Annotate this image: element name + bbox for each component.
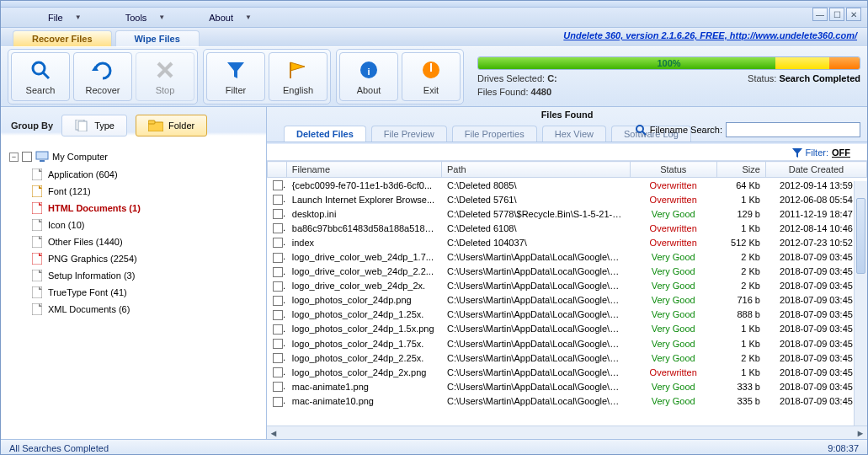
main-tabs: Recover Files Wipe Files Undelete 360, v… [1,28,867,46]
tree-item[interactable]: TrueType Font (41) [31,284,258,301]
svg-line-1 [43,72,49,78]
language-button[interactable]: English [269,52,327,101]
exit-button[interactable]: Exit [402,52,461,101]
tree-item[interactable]: Icon (10) [31,217,258,233]
table-row[interactable]: mac-animate1.pngC:\Users\Martin\AppData\… [268,379,867,393]
row-checkbox[interactable] [273,324,283,335]
table-row[interactable]: logo_photos_color_24dp_1.25x.C:\Users\Ma… [268,308,867,322]
horizontal-scrollbar[interactable]: ◄ ► [267,426,867,439]
about-button[interactable]: i About [339,52,398,101]
table-row[interactable]: logo_photos_color_24dp_1.5x.pngC:\Users\… [268,322,867,336]
table-row[interactable]: desktop.iniC:\Deleted 5778\$Recycle.Bin\… [268,206,867,221]
tree-collapse-icon[interactable]: − [9,153,19,162]
table-row[interactable]: mac-animate10.pngC:\Users\Martin\AppData… [268,393,867,408]
cell-size: 2 Kb [716,265,765,279]
group-by-type-button[interactable]: Type [61,115,127,136]
column-path[interactable]: Path [441,162,630,178]
row-checkbox[interactable] [273,180,283,190]
table-row[interactable]: logo_photos_color_24dp_1.75x.C:\Users\Ma… [268,336,867,351]
row-checkbox[interactable] [273,238,283,248]
cell-filename: logo_drive_color_web_24dp_2x. [286,279,441,293]
cell-size: 2 Kb [716,249,765,264]
table-row[interactable]: logo_drive_color_web_24dp_2.2...C:\Users… [268,265,867,279]
tree-item[interactable]: Other Files (1440) [31,233,258,250]
tree-item-label: TrueType Font (41) [48,287,127,297]
table-row[interactable]: indexC:\Deleted 104037\Overwritten512 Kb… [268,235,867,249]
row-checkbox[interactable] [273,253,283,263]
svg-marker-6 [290,62,305,71]
row-checkbox[interactable] [273,267,283,277]
vertical-scrollbar[interactable] [854,181,867,427]
tree-root-label[interactable]: My Computer [52,152,108,162]
table-row[interactable]: logo_drive_color_web_24dp_2x.C:\Users\Ma… [268,279,867,293]
row-checkbox[interactable] [273,281,283,292]
tree-item[interactable]: Font (121) [31,183,258,200]
tree-item[interactable]: Application (604) [31,166,258,183]
row-checkbox[interactable] [273,339,283,349]
row-checkbox[interactable] [273,397,283,407]
tree-item[interactable]: PNG Graphics (2254) [31,250,258,267]
search-button[interactable]: Search [11,52,70,101]
row-checkbox[interactable] [273,209,283,219]
funnel-icon[interactable] [792,147,802,158]
document-icon [31,235,43,249]
menubar: File▼ Tools▼ About▼ [1,8,867,28]
table-row[interactable]: ba86c97bbc61483d58a188a5182...C:\Deleted… [268,221,867,235]
row-checkbox[interactable] [273,367,283,377]
cell-filename: logo_photos_color_24dp_1.5x.png [286,322,441,336]
table-row[interactable]: logo_drive_color_web_24dp_1.7...C:\Users… [268,249,867,264]
table-row[interactable]: Launch Internet Explorer Browse...C:\Del… [268,192,867,206]
scroll-right-icon[interactable]: ► [854,426,867,439]
close-button[interactable]: ✕ [846,8,861,21]
menu-about[interactable]: About▼ [204,11,257,24]
row-checkbox[interactable] [273,223,283,233]
column-size[interactable]: Size [716,162,765,178]
column-filename[interactable]: Filename [286,162,441,178]
tab-file-properties[interactable]: File Properties [452,126,537,142]
cell-size: 333 b [716,379,765,393]
cell-date: 2018-07-09 03:45 [765,322,866,336]
filter-button[interactable]: Filter [206,52,265,101]
row-checkbox[interactable] [273,195,283,205]
table-row[interactable]: {cebc0099-fe70-11e1-b3d6-6cf0...C:\Delet… [268,178,867,193]
cell-size: 335 b [716,393,765,408]
group-by-folder-button[interactable]: Folder [136,115,207,136]
document-icon [31,302,43,316]
maximize-button[interactable]: ☐ [829,8,844,21]
cell-size: 1 Kb [716,221,765,235]
tab-deleted-files[interactable]: Deleted Files [284,126,366,142]
tab-wipe-files[interactable]: Wipe Files [115,30,200,46]
cell-status: Very Good [630,336,716,351]
filename-search-input[interactable] [726,122,860,137]
table-row[interactable]: logo_photos_color_24dp.pngC:\Users\Marti… [268,293,867,308]
row-checkbox[interactable] [273,353,283,363]
column-date[interactable]: Date Created [765,162,866,178]
tab-recover-files[interactable]: Recover Files [13,30,112,46]
row-checkbox[interactable] [273,382,283,392]
column-checkbox[interactable] [268,162,287,178]
row-checkbox[interactable] [273,296,283,306]
minimize-button[interactable]: — [812,8,828,21]
tab-file-preview[interactable]: File Preview [371,126,447,142]
checkbox[interactable] [22,152,32,162]
filter-toggle[interactable]: OFF [832,147,850,158]
tree-item[interactable]: XML Documents (6) [31,301,258,318]
column-status[interactable]: Status [630,162,716,178]
cell-date: 2012-09-14 13:59 [765,178,866,193]
tab-hex-view[interactable]: Hex View [542,126,606,142]
table-row[interactable]: logo_photos_color_24dp_2.25x.C:\Users\Ma… [268,351,867,365]
recover-button[interactable]: Recover [73,52,132,101]
table-row[interactable]: logo_photos_color_24dp_2x.pngC:\Users\Ma… [268,365,867,379]
file-grid[interactable]: Filename Path Status Size Date Created {… [267,161,867,426]
cell-path: C:\Deleted 6108\ [441,221,630,235]
menu-file[interactable]: File▼ [43,11,87,24]
row-checkbox[interactable] [273,310,283,320]
cell-size: 1 Kb [716,192,765,206]
version-link[interactable]: Undelete 360, version 2.1.6.26, FREE, ht… [563,30,857,40]
scroll-left-icon[interactable]: ◄ [267,426,280,439]
tree-item[interactable]: HTML Documents (1) [31,200,258,217]
menu-tools[interactable]: Tools▼ [120,11,171,24]
search-status: Status: Search Completed [748,73,860,83]
tree-item[interactable]: Setup Information (3) [31,267,258,284]
cell-status: Overwritten [630,235,716,249]
